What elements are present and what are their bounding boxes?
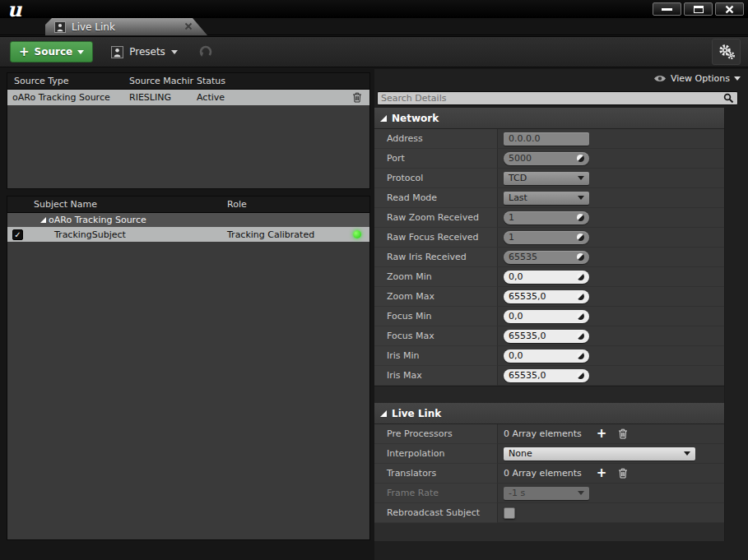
details-row-read-mode: Read ModeLast — [374, 188, 724, 208]
property-label-text: Zoom Min — [387, 271, 432, 282]
spinner-icon[interactable] — [577, 352, 584, 359]
details-row-protocol: ProtocolTCD — [374, 169, 724, 188]
subjects-table: Subject Name Role oARo Tracking Source ✓… — [7, 196, 370, 540]
raw-zoom-received-field[interactable]: 1 — [504, 211, 589, 224]
add-array-element-button[interactable]: + — [597, 467, 607, 479]
property-label-text: Iris Max — [387, 370, 422, 381]
chevron-down-icon — [734, 76, 741, 81]
source-row[interactable]: oARo Tracking Source RIESLING Active — [7, 90, 369, 105]
spinner-icon[interactable] — [577, 372, 584, 379]
clear-array-button[interactable] — [618, 428, 628, 439]
property-value: -1 s — [498, 484, 724, 503]
title-bar — [0, 0, 748, 18]
property-value: 65535,0 — [498, 326, 724, 346]
delete-source-icon[interactable] — [352, 92, 362, 103]
address-field[interactable]: 0.0.0.0 — [504, 132, 589, 146]
property-value: 0.0.0.0 — [498, 129, 724, 149]
search-details-box — [377, 91, 738, 105]
source-button-label: Source — [35, 46, 73, 58]
property-label-text: Rebroadcast Subject — [387, 507, 480, 518]
spinner-icon[interactable] — [577, 293, 584, 300]
details-row-focus-max: Focus Max65535,0 — [374, 326, 724, 346]
spinner-icon[interactable] — [577, 234, 584, 241]
clear-array-button[interactable] — [618, 468, 628, 479]
tab-live-link[interactable]: Live Link — [45, 18, 207, 35]
interpolation-dropdown[interactable]: None — [504, 447, 695, 460]
undo-icon — [197, 44, 213, 59]
value-text: 1 — [509, 232, 514, 243]
section-header-live-link[interactable]: Live Link — [374, 403, 724, 424]
spinner-icon[interactable] — [577, 312, 584, 320]
property-label-text: Read Mode — [387, 192, 437, 203]
live-link-tab-icon — [54, 21, 66, 33]
tab-close-icon[interactable] — [184, 21, 193, 31]
col-role[interactable]: Role — [227, 199, 345, 210]
property-label: Focus Min — [374, 307, 498, 326]
frame-rate-dropdown[interactable]: -1 s — [504, 487, 589, 500]
subject-enabled-checkbox[interactable]: ✓ — [12, 229, 23, 240]
spinner-icon[interactable] — [577, 155, 584, 162]
raw-iris-received-field[interactable]: 65535 — [504, 251, 589, 264]
add-array-element-button[interactable]: + — [597, 428, 607, 440]
property-label: Address — [374, 129, 498, 149]
property-label: Read Mode — [374, 188, 498, 208]
zoom-min-field[interactable]: 0,0 — [504, 271, 589, 284]
port-field[interactable]: 5000 — [504, 152, 589, 165]
iris-min-field[interactable]: 0,0 — [504, 349, 589, 363]
source-machine-cell: RIESLING — [129, 92, 197, 103]
property-label-text: Iris Min — [387, 350, 420, 361]
add-source-button[interactable]: + Source — [10, 41, 93, 62]
spinner-icon[interactable] — [577, 332, 584, 340]
value-text: 65535,0 — [509, 291, 546, 302]
raw-focus-received-field[interactable]: 1 — [504, 231, 589, 244]
view-options-button[interactable]: View Options — [653, 73, 741, 84]
property-label-text: Raw Zoom Received — [387, 212, 479, 223]
col-source-machine[interactable]: Source Machir — [129, 76, 197, 86]
chevron-down-icon — [684, 451, 690, 456]
property-label-text: Focus Max — [387, 331, 434, 341]
focus-max-field[interactable]: 65535,0 — [504, 330, 589, 343]
protocol-dropdown[interactable]: TCD — [504, 172, 589, 185]
value-text: 0 Array elements — [504, 468, 582, 479]
search-icon — [723, 93, 734, 104]
trash-icon — [618, 428, 628, 439]
source-type-cell: oARo Tracking Source — [7, 92, 129, 103]
revert-button[interactable] — [197, 44, 213, 59]
subject-group-row[interactable]: oARo Tracking Source — [7, 213, 369, 227]
property-value — [498, 503, 724, 523]
rebroadcast-subject-checkbox[interactable] — [504, 507, 515, 519]
details-row-focus-min: Focus Min0,0 — [374, 307, 724, 326]
search-details-input[interactable] — [381, 93, 723, 104]
settings-button[interactable] — [712, 39, 741, 65]
value-text: -1 s — [509, 488, 525, 498]
property-label: Iris Min — [374, 346, 498, 366]
subject-row[interactable]: ✓ TrackingSubject Tracking Calibrated — [7, 227, 369, 242]
property-label: Iris Max — [374, 366, 498, 386]
property-label-text: Raw Iris Received — [387, 252, 467, 262]
spinner-icon[interactable] — [577, 253, 584, 261]
maximize-button[interactable] — [684, 2, 713, 16]
details-row-frame-rate: Frame Rate-1 s — [374, 484, 724, 503]
col-subject-name[interactable]: Subject Name — [7, 199, 227, 210]
minimize-button[interactable] — [653, 2, 681, 16]
section-header-network[interactable]: Network — [374, 108, 724, 129]
expand-arrow-icon[interactable] — [40, 217, 46, 223]
property-label: Raw Focus Received — [374, 228, 498, 248]
spinner-icon[interactable] — [577, 214, 584, 221]
col-status[interactable]: Status — [197, 76, 345, 86]
iris-max-field[interactable]: 65535,0 — [504, 369, 589, 382]
spinner-icon[interactable] — [577, 273, 584, 280]
zoom-max-field[interactable]: 65535,0 — [504, 290, 589, 303]
chevron-down-icon — [578, 196, 584, 200]
value-text: 0 Array elements — [504, 428, 582, 439]
section-title: Network — [392, 113, 439, 124]
close-button[interactable] — [715, 2, 744, 16]
sources-table-header: Source Type Source Machir Status — [7, 73, 369, 90]
details-row-raw-iris-received: Raw Iris Received65535 — [374, 248, 724, 267]
focus-min-field[interactable]: 0,0 — [504, 310, 589, 323]
property-label-text: Protocol — [387, 173, 423, 183]
col-source-type[interactable]: Source Type — [7, 76, 129, 86]
presets-button-label: Presets — [129, 46, 165, 58]
presets-button[interactable]: Presets — [111, 46, 178, 58]
read-mode-dropdown[interactable]: Last — [504, 192, 589, 205]
